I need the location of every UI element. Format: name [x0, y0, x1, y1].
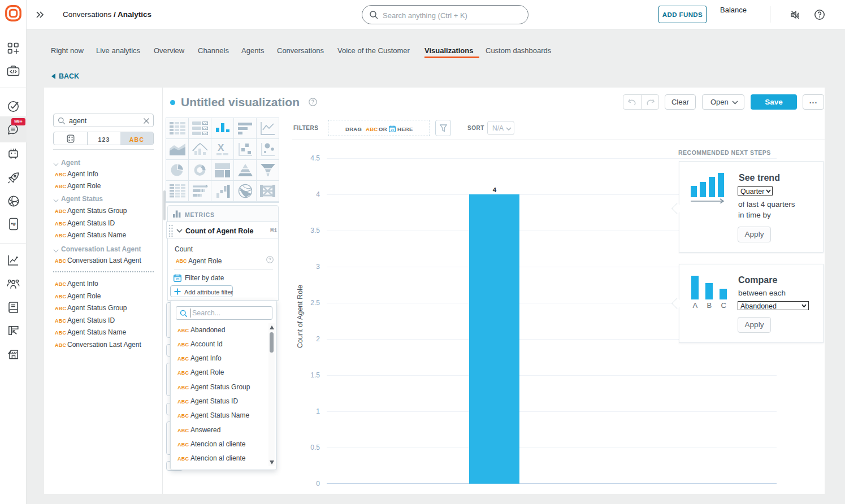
svg-text:21: 21	[176, 277, 180, 281]
svg-text:X: X	[218, 142, 224, 153]
svg-text:A: A	[693, 301, 698, 309]
svg-text:B: B	[707, 301, 712, 309]
svg-text:21: 21	[391, 128, 394, 132]
svg-text:C: C	[721, 301, 726, 309]
svg-text:*#: *#	[11, 221, 16, 227]
